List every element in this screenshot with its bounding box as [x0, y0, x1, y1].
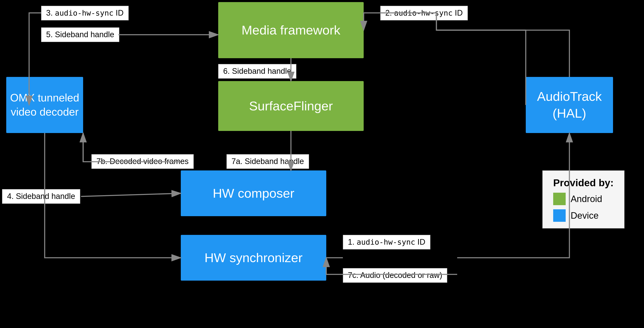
omx-decoder-block: OMX tunneledvideo decoder	[6, 77, 83, 133]
omx-decoder-label: OMX tunneledvideo decoder	[10, 91, 79, 119]
step1-label: 1. audio-hw-sync ID	[343, 235, 430, 250]
surface-flinger-block: SurfaceFlinger	[218, 81, 364, 131]
step7c-label: 7c. Audio (decoded or raw)	[343, 268, 447, 283]
step2-label: 2. audio-hw-sync ID	[380, 6, 468, 20]
hw-composer-block: HW composer	[181, 170, 326, 216]
hw-composer-label: HW composer	[213, 185, 294, 202]
hw-sync-label: HW synchronizer	[204, 250, 302, 266]
media-framework-block: Media framework	[218, 2, 364, 58]
audio-track-block: AudioTrack(HAL)	[526, 77, 613, 133]
step7a-label: 7a. Sideband handle	[226, 154, 309, 169]
media-framework-label: Media framework	[242, 22, 340, 39]
step7b-label: 7b. Decoded video frames	[92, 154, 194, 169]
step6-label: 6. Sideband handle	[218, 64, 296, 78]
step5-label: 5. Sideband handle	[41, 28, 119, 42]
audio-track-label: AudioTrack(HAL)	[537, 88, 602, 122]
legend-android-label: Android	[571, 194, 602, 204]
hw-sync-block: HW synchronizer	[181, 235, 326, 280]
legend-box: Provided by: Android Device	[542, 170, 624, 228]
legend-device-swatch	[553, 209, 566, 222]
legend-android-swatch	[553, 193, 566, 205]
legend-device-label: Device	[571, 210, 599, 221]
step3-label: 3. audio-hw-sync ID	[41, 6, 129, 20]
step4-label: 4. Sideband handle	[2, 189, 80, 204]
legend-title: Provided by:	[553, 177, 614, 188]
legend-device: Device	[553, 209, 614, 222]
legend-android: Android	[553, 193, 614, 205]
surface-flinger-label: SurfaceFlinger	[249, 98, 333, 114]
